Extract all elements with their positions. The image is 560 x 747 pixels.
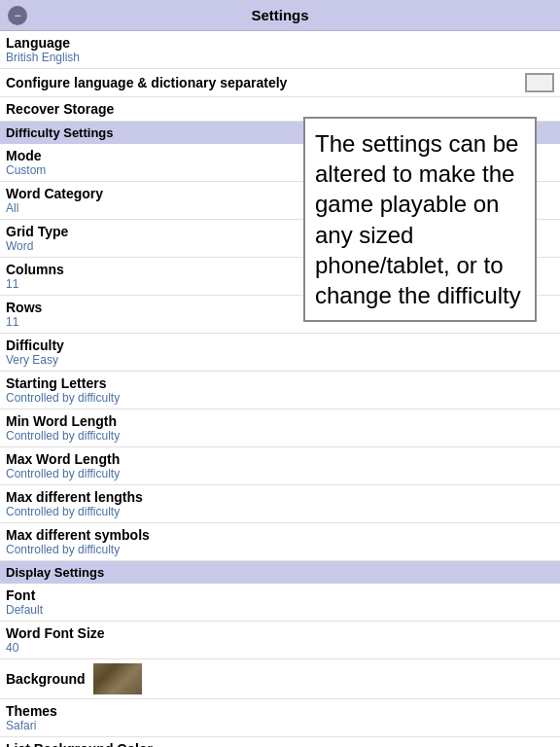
recover-storage-label: Recover Storage (6, 101, 554, 117)
max-word-length-value: Controlled by difficulty (6, 467, 554, 480)
background-label: Background (6, 671, 86, 687)
max-different-symbols-label: Max different symbols (6, 527, 554, 543)
section-header-display: Display Settings (0, 561, 560, 584)
setting-item-starting-letters[interactable]: Starting Letters Controlled by difficult… (0, 372, 560, 409)
font-label: Font (6, 587, 554, 603)
min-word-length-value: Controlled by difficulty (6, 429, 554, 443)
setting-item-list-bg-color[interactable]: List Background Color (0, 737, 560, 747)
back-button[interactable]: − (8, 6, 27, 25)
setting-item-max-word-length[interactable]: Max Word Length Controlled by difficulty (0, 447, 560, 485)
themes-value: Safari (6, 719, 554, 732)
max-word-length-label: Max Word Length (6, 451, 554, 467)
setting-item-background[interactable]: Background (0, 659, 560, 699)
background-image (93, 663, 142, 694)
setting-item-max-different-lengths[interactable]: Max different lengths Controlled by diff… (0, 485, 560, 523)
setting-item-language[interactable]: Language British English (0, 31, 560, 69)
setting-item-min-word-length[interactable]: Min Word Length Controlled by difficulty (0, 409, 560, 447)
language-label: Language (6, 35, 80, 51)
themes-label: Themes (6, 703, 554, 719)
configure-language-toggle[interactable] (525, 73, 554, 92)
tooltip-popup: The settings can be altered to make the … (303, 117, 537, 322)
title-bar: − Settings (0, 0, 560, 31)
setting-item-difficulty[interactable]: Difficulty Very Easy (0, 334, 560, 372)
page-title: Settings (251, 7, 308, 23)
language-value: British English (6, 51, 80, 64)
setting-item-themes[interactable]: Themes Safari (0, 699, 560, 737)
list-bg-color-label: List Background Color (6, 741, 554, 747)
starting-letters-label: Starting Letters (6, 375, 554, 391)
configure-language-label: Configure language & dictionary separate… (6, 75, 287, 90)
setting-item-configure-language[interactable]: Configure language & dictionary separate… (0, 69, 560, 97)
max-different-lengths-label: Max different lengths (6, 489, 554, 505)
word-font-size-label: Word Font Size (6, 625, 554, 641)
setting-item-font[interactable]: Font Default (0, 584, 560, 622)
back-icon: − (14, 9, 20, 22)
difficulty-value: Very Easy (6, 353, 554, 367)
tooltip-text: The settings can be altered to make the … (315, 130, 521, 308)
min-word-length-label: Min Word Length (6, 413, 554, 429)
word-font-size-value: 40 (6, 641, 554, 655)
setting-item-word-font-size[interactable]: Word Font Size 40 (0, 622, 560, 659)
max-different-symbols-value: Controlled by difficulty (6, 543, 554, 556)
max-different-lengths-value: Controlled by difficulty (6, 505, 554, 518)
background-thumbnail (93, 663, 142, 694)
difficulty-label: Difficulty (6, 338, 554, 353)
font-value: Default (6, 603, 554, 617)
setting-item-max-different-symbols[interactable]: Max different symbols Controlled by diff… (0, 523, 560, 561)
starting-letters-value: Controlled by difficulty (6, 391, 554, 405)
